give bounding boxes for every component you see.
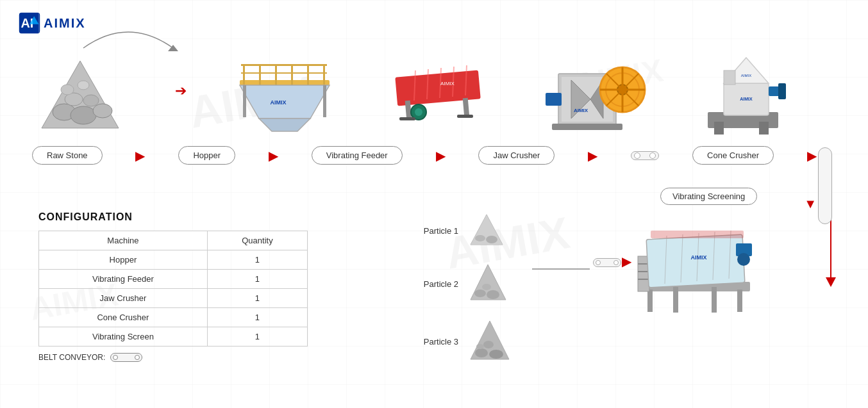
cone-crusher-pill: Cone Crusher <box>692 146 774 165</box>
svg-point-74 <box>475 235 485 241</box>
svg-rect-60 <box>714 122 724 135</box>
svg-text:AIMIX: AIMIX <box>271 99 287 106</box>
svg-rect-87 <box>647 290 653 312</box>
arrow-5: ▶ <box>807 148 817 163</box>
svg-rect-19 <box>243 64 245 85</box>
flow-label-hopper: Hopper <box>178 146 235 165</box>
machine-jaw-crusher: AIMIX <box>539 48 648 138</box>
jaw-crusher-icon: AIMIX <box>539 48 648 138</box>
raw-stone-icon <box>38 54 122 138</box>
svg-rect-21 <box>275 64 277 85</box>
arrow-to-screen: ▶ <box>622 254 631 269</box>
svg-point-11 <box>71 106 96 124</box>
arrow-3: ▶ <box>436 148 446 163</box>
svg-point-83 <box>483 341 494 348</box>
particle-3-icon <box>467 318 512 366</box>
svg-text:AIMIX: AIMIX <box>741 74 751 78</box>
jaw-crusher-pill: Jaw Crusher <box>478 146 555 165</box>
svg-rect-66 <box>778 83 786 99</box>
svg-rect-24 <box>323 64 325 85</box>
machine-raw-stone <box>32 54 128 138</box>
svg-text:AIMIX: AIMIX <box>440 81 455 86</box>
vibrating-screen-machine: AIMIX <box>635 218 763 327</box>
col-machine: Machine <box>39 231 208 250</box>
vibrating-feeder-icon: AIMIX <box>383 48 492 138</box>
table-cell-quantity: 1 <box>207 327 307 347</box>
table-cell-machine: Jaw Crusher <box>39 289 208 308</box>
table-cell-quantity: 1 <box>207 289 307 308</box>
svg-point-84 <box>476 344 484 349</box>
svg-point-12 <box>93 104 112 118</box>
machine-cone-crusher: AIMIX AIMIX <box>695 48 804 138</box>
table-cell-quantity: 1 <box>207 250 307 270</box>
flow-label-jaw-crusher: Jaw Crusher <box>478 146 555 165</box>
belt-connector-1 <box>631 151 659 160</box>
table-cell-quantity: 1 <box>207 270 307 289</box>
particle-2-label: Particle 2 <box>417 279 458 289</box>
svg-text:AIMIX: AIMIX <box>690 254 706 261</box>
svg-point-78 <box>487 290 499 299</box>
particles-column: Particle 1 Particle 2 <box>417 211 512 366</box>
table-cell-quantity: 1 <box>207 308 307 327</box>
svg-rect-89 <box>673 287 678 313</box>
svg-text:AIMIX: AIMIX <box>740 97 753 101</box>
svg-rect-43 <box>457 115 473 118</box>
svg-rect-39 <box>462 98 469 118</box>
svg-rect-57 <box>552 124 622 130</box>
belt-conveyor-info: BELT CONVEYOR: <box>38 353 308 362</box>
configuration-section: CONFIGURATION Machine Quantity Hopper1Vi… <box>38 211 308 362</box>
svg-rect-61 <box>759 122 769 135</box>
svg-marker-71 <box>826 277 836 287</box>
particle-1: Particle 1 <box>417 211 512 250</box>
svg-point-77 <box>474 290 486 297</box>
belt-conveyor-icon <box>110 353 142 362</box>
particle-3-label: Particle 3 <box>417 337 458 347</box>
hopper-icon: AIMIX <box>233 48 336 138</box>
flow-arrow-1: ➔ <box>175 83 187 99</box>
table-cell-machine: Vibrating Feeder <box>39 270 208 289</box>
arrow-4: ▶ <box>588 148 597 163</box>
svg-point-15 <box>61 85 74 95</box>
belt-conveyor-label: BELT CONVEYOR: <box>38 353 105 362</box>
config-title: CONFIGURATION <box>38 211 308 223</box>
machine-vibrating-feeder: AIMIX <box>383 48 492 138</box>
particle-2: Particle 2 <box>417 261 512 306</box>
flow-label-raw-stone: Raw Stone <box>32 146 103 165</box>
table-row: Hopper1 <box>39 250 308 270</box>
svg-rect-18 <box>240 80 330 85</box>
table-row: Jaw Crusher1 <box>39 289 308 308</box>
particle-1-icon <box>467 211 506 250</box>
machines-row: ➔ AIMIX <box>32 10 804 138</box>
cone-crusher-icon: AIMIX AIMIX <box>695 48 804 138</box>
svg-marker-28 <box>259 118 310 131</box>
vibrating-feeder-pill: Vibrating Feeder <box>312 146 403 165</box>
svg-rect-25 <box>241 64 327 66</box>
raw-stone-pill: Raw Stone <box>32 146 103 165</box>
bottom-right-arrow: ▼ <box>804 197 817 211</box>
particle-3: Particle 3 <box>417 318 512 366</box>
particle-2-icon <box>467 261 509 306</box>
machine-hopper: AIMIX <box>233 48 336 138</box>
vibrating-screening-label: Vibrating Screening <box>660 188 757 205</box>
table-cell-machine: Cone Crusher <box>39 308 208 327</box>
svg-point-41 <box>415 108 422 116</box>
svg-point-16 <box>78 81 89 90</box>
svg-point-81 <box>475 348 488 357</box>
svg-rect-23 <box>307 64 309 85</box>
table-row: Vibrating Feeder1 <box>39 270 308 289</box>
particle-1-label: Particle 1 <box>417 226 458 236</box>
table-cell-machine: Hopper <box>39 250 208 270</box>
config-table: Machine Quantity Hopper1Vibrating Feeder… <box>38 231 308 347</box>
flow-label-cone-crusher: Cone Crusher <box>692 146 774 165</box>
col-quantity: Quantity <box>207 231 307 250</box>
svg-point-82 <box>489 350 503 359</box>
svg-point-79 <box>482 284 491 290</box>
arrow-2: ▶ <box>269 148 278 163</box>
svg-rect-88 <box>737 290 742 312</box>
right-belt-connector-v <box>818 147 832 224</box>
flow-labels-row: Raw Stone ▶ Hopper ▶ Vibrating Feeder ▶ … <box>32 146 817 165</box>
svg-rect-20 <box>259 64 261 85</box>
belt-connector-middle <box>593 258 621 267</box>
svg-point-102 <box>737 253 750 266</box>
svg-text:AIMIX: AIMIX <box>574 108 588 113</box>
